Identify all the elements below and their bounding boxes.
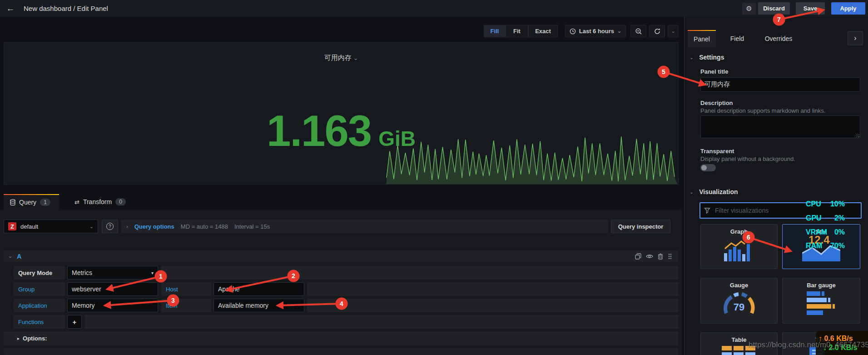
resize-handle-icon[interactable] [856,134,859,137]
query-mode-select[interactable]: Metrics ▾ [67,266,158,280]
graph-viz-icon [721,237,757,262]
duplicate-query-icon[interactable] [635,253,641,260]
settings-heading: Settings [699,54,724,61]
options-collapse-row[interactable]: ▸ Options: [4,331,679,345]
query-a-header[interactable]: ⌄ A [4,250,679,262]
save-button[interactable]: Save [796,2,825,15]
transform-icon: ⇄ [74,199,79,205]
zoom-out-button[interactable] [630,25,646,37]
svg-text:79: 79 [734,301,744,313]
back-arrow-icon: ← [6,4,15,14]
filter-funnel-icon [704,207,710,214]
gear-icon: ⚙ [746,5,752,13]
query-mode-value: Metrics [72,269,151,276]
gauge-viz-icon: 79 [722,290,756,316]
item-field[interactable]: Available memory [213,299,304,312]
fit-mode-fill[interactable]: Fill [484,25,506,37]
viscard-bar-gauge[interactable]: Bar gauge [782,278,860,324]
tab-transform[interactable]: ⇄ Transform 0 [68,194,133,210]
apply-button[interactable]: Apply [831,2,865,15]
drag-handle-icon[interactable] [668,253,672,260]
query-options-link[interactable]: Query options [134,223,174,230]
row-filler [84,315,679,329]
zabbix-logo-icon: Z [8,222,16,230]
transparent-label: Transparent [700,148,734,155]
visualization-heading: Visualization [699,188,738,195]
grafana-edit-panel: ← New dashboard / Edit Panel ⚙ Discard S… [0,0,868,355]
osd-cpu: CPU10% [806,200,845,208]
chevron-right-icon: › [126,224,128,229]
chevron-right-icon: › [854,34,856,42]
time-range-label: Last 6 hours [579,28,614,35]
label-application[interactable]: Application [14,299,65,312]
top-header: ← New dashboard / Edit Panel ⚙ Discard S… [0,0,868,17]
delete-query-trash-icon[interactable] [658,253,663,260]
query-inspector-button[interactable]: Query inspector [611,220,670,233]
zoom-out-icon [635,28,642,35]
chevron-down-icon: ⌄ [689,55,694,60]
max-datapoints-text: MD = auto = 1488 [181,223,228,230]
refresh-interval-dropdown[interactable]: ⌄ [668,25,679,37]
query-count-badge: 1 [40,199,50,206]
stat-number: 1.163 [267,109,371,153]
description-help: Panel description supports markdown and … [700,107,825,114]
plus-icon: + [73,318,77,326]
chevron-down-icon: ⌄ [617,28,621,34]
tab-field[interactable]: Field [723,30,751,47]
panel-preview-title[interactable]: 可用内存 ⌄ [4,54,678,62]
options-label: Options: [23,335,47,342]
stat-value: 1.163 GiB [4,109,678,153]
back-button[interactable]: ← [0,0,21,17]
viscard-gauge-title: Gauge [701,282,777,289]
visualization-section-header[interactable]: ⌄ Visualization [689,188,738,195]
clock-icon [570,28,576,35]
sidebar-collapse-button[interactable]: › [848,31,863,45]
chevron-down-icon: ⌄ [353,55,358,61]
chevron-down-icon: ⌄ [671,28,675,34]
transparent-toggle[interactable] [700,164,716,171]
discard-button[interactable]: Discard [758,2,790,15]
datasource-help-button[interactable]: ? [102,220,118,233]
panel-title-text: 可用内存 [324,54,352,61]
fit-mode-fit[interactable]: Fit [506,25,528,37]
viscard-bar-gauge-title: Bar gauge [783,282,860,289]
dashboard-settings-button[interactable]: ⚙ [742,3,756,15]
question-icon: ? [106,223,114,230]
host-field[interactable]: Apache [213,282,304,296]
datasource-picker[interactable]: Z default ⌄ [4,220,98,233]
bar-gauge-viz-icon [803,290,839,318]
settings-section-header[interactable]: ⌄ Settings [689,54,724,61]
fit-mode-exact[interactable]: Exact [528,25,558,37]
application-field[interactable]: Memory [67,299,158,312]
panel-title-label: Panel title [700,68,728,75]
query-ref-id: A [17,253,21,260]
viscard-graph[interactable]: Graph [700,224,778,269]
interval-text: Interval = 15s [234,223,270,230]
caret-right-icon: ▸ [17,336,20,341]
label-host[interactable]: Host [161,282,211,296]
tab-panel[interactable]: Panel [688,30,716,47]
stat-unit: GiB [378,128,416,149]
hide-query-eye-icon[interactable] [646,254,653,259]
osd-gpu: GPU2% [806,214,845,222]
time-range-picker[interactable]: Last 6 hours ⌄ [565,25,626,37]
tab-query[interactable]: Query 1 [4,194,59,210]
refresh-button[interactable] [649,25,665,37]
datasource-name: default [20,223,85,230]
group-field[interactable]: webserver [67,282,158,296]
label-functions[interactable]: Functions [14,315,65,329]
label-group[interactable]: Group [14,282,65,296]
add-function-button[interactable]: + [67,315,82,329]
description-textarea[interactable] [700,115,860,138]
description-label: Description [700,100,733,106]
viscard-gauge[interactable]: Gauge 79 [700,278,778,324]
watermark: https://blog.csdn.net/m0_46674735 [749,340,868,350]
tab-overrides[interactable]: Overrides [758,30,799,47]
panel-title-input[interactable] [700,77,860,92]
transparent-help: Display panel without a background. [700,155,795,162]
caret-down-icon: ▾ [151,270,154,275]
label-item[interactable]: Item [161,299,211,312]
tab-transform-label: Transform [83,198,112,205]
chevron-down-icon: ⌄ [89,224,94,230]
row-filler [161,266,679,280]
